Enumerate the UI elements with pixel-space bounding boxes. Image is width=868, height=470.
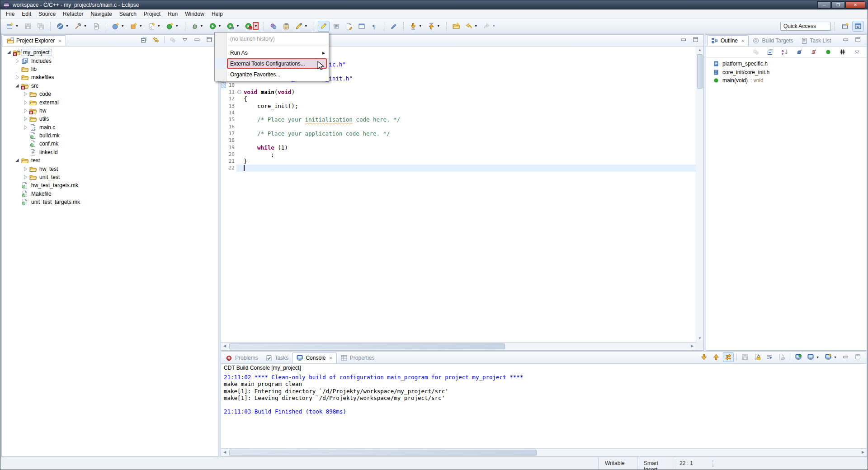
window-maximize-button[interactable]: ❐ bbox=[831, 1, 845, 9]
collapse-arrow-icon[interactable] bbox=[14, 82, 21, 89]
annotate-button[interactable]: ▼ bbox=[293, 21, 310, 32]
tree-item-my_project[interactable]: Cmy_project bbox=[2, 48, 218, 56]
expand-arrow-icon[interactable] bbox=[22, 99, 29, 106]
console-horizontal-scrollbar[interactable]: ◀ ▶ bbox=[221, 448, 867, 456]
open-task-button[interactable] bbox=[280, 21, 292, 32]
scroll-up-button[interactable] bbox=[711, 352, 722, 362]
tree-item-conf.mk[interactable]: conf.mk bbox=[2, 140, 218, 148]
new-build-target-button[interactable]: ▼ bbox=[128, 21, 145, 32]
menu-item-external-tools-configurations[interactable]: External Tools Configurations... bbox=[215, 58, 329, 69]
close-icon[interactable]: ✕ bbox=[741, 38, 745, 43]
new-connection-button[interactable]: ▼ bbox=[110, 21, 127, 32]
hide-inactive-button[interactable] bbox=[837, 47, 849, 57]
tree-item-unit_test[interactable]: unit_test bbox=[2, 173, 218, 181]
tree-item-linker.ld[interactable]: linker.ld bbox=[2, 148, 218, 156]
collapse-fold-icon[interactable] bbox=[237, 90, 241, 94]
new-build-target-dropdown-arrow[interactable]: ▼ bbox=[139, 23, 143, 29]
scroll-left-arrow-icon[interactable]: ◀ bbox=[221, 343, 228, 350]
expand-arrow-icon[interactable] bbox=[22, 115, 29, 122]
tab-outline[interactable]: Outline✕ bbox=[707, 35, 749, 46]
menu-item-run-as[interactable]: Run As▶ bbox=[215, 47, 329, 58]
new-connection-dropdown-arrow[interactable]: ▼ bbox=[121, 23, 125, 29]
view-menu-button[interactable] bbox=[179, 35, 190, 45]
word-wrap-button[interactable] bbox=[764, 352, 775, 362]
tree-item-unit_test_targets.mk[interactable]: unit_test_targets.mk bbox=[2, 198, 218, 206]
maximize-button[interactable] bbox=[853, 35, 863, 45]
collapse-arrow-icon[interactable] bbox=[5, 49, 13, 56]
build-project-button[interactable]: ▼ bbox=[72, 21, 90, 32]
new-button[interactable]: ▼ bbox=[4, 21, 21, 32]
cpp-perspective-button[interactable]: C bbox=[852, 21, 864, 32]
hide-static-button[interactable]: S bbox=[808, 47, 820, 57]
menu-item-organize-favorites[interactable]: Organize Favorites... bbox=[215, 69, 329, 80]
tree-item-Includes[interactable]: hIncludes bbox=[2, 56, 218, 65]
previous-annotation-dropdown-arrow[interactable]: ▼ bbox=[436, 23, 440, 29]
menu-source[interactable]: Source bbox=[35, 9, 59, 19]
display-console-button[interactable]: ▼ bbox=[805, 352, 821, 362]
scroll-left-arrow-icon[interactable]: ◀ bbox=[221, 449, 228, 456]
expand-arrow-icon[interactable] bbox=[14, 74, 21, 81]
pin-editor-button[interactable] bbox=[388, 21, 400, 32]
forward-dropdown-arrow[interactable]: ▼ bbox=[492, 23, 496, 29]
tree-item-utils[interactable]: utils bbox=[2, 115, 218, 123]
debug-dropdown-arrow[interactable]: ▼ bbox=[200, 23, 204, 29]
open-perspective-button[interactable] bbox=[840, 21, 851, 32]
scroll-follow-button[interactable] bbox=[723, 352, 734, 362]
expand-arrow-icon[interactable] bbox=[22, 90, 29, 98]
format-source-button[interactable] bbox=[343, 21, 355, 32]
view-menu-button[interactable] bbox=[851, 47, 863, 57]
new-source-file-button[interactable]: c▼ bbox=[146, 21, 163, 32]
tree-item-build.mk[interactable]: build.mk bbox=[2, 132, 218, 140]
new-class-dropdown-arrow[interactable]: ▼ bbox=[175, 23, 179, 29]
window-close-button[interactable]: ✕ bbox=[845, 1, 865, 9]
tree-item-src[interactable]: src bbox=[2, 82, 218, 90]
expand-arrow-icon[interactable] bbox=[22, 174, 29, 181]
tab-problems[interactable]: Problems bbox=[222, 352, 262, 363]
expand-arrow-icon[interactable] bbox=[22, 165, 29, 173]
open-console-button[interactable]: ▼ bbox=[823, 352, 839, 362]
outline-item[interactable]: core_init/core_init.h bbox=[706, 68, 867, 76]
maximize-button[interactable] bbox=[204, 35, 215, 45]
sort-button[interactable]: az bbox=[779, 47, 791, 57]
back-dropdown-arrow[interactable]: ▼ bbox=[474, 23, 478, 29]
run-dropdown-arrow[interactable]: ▼ bbox=[218, 23, 222, 29]
build-project-dropdown-arrow[interactable]: ▼ bbox=[83, 23, 87, 29]
view-makefile-button[interactable] bbox=[90, 21, 102, 32]
expand-arrow-icon[interactable] bbox=[14, 57, 21, 65]
tree-item-hw_test_targets.mk[interactable]: hw_test_targets.mk bbox=[2, 181, 218, 189]
next-annotation-button[interactable]: ▼ bbox=[407, 21, 425, 32]
last-edit-location-button[interactable] bbox=[450, 21, 462, 32]
menu-window[interactable]: Window bbox=[181, 9, 208, 19]
build-all-button[interactable]: ▼ bbox=[54, 21, 71, 32]
block-selection-button[interactable] bbox=[330, 21, 342, 32]
maximize-button[interactable] bbox=[690, 35, 701, 45]
profile-dropdown-arrow[interactable]: ▼ bbox=[236, 23, 240, 29]
profile-button[interactable]: ▼ bbox=[225, 21, 242, 32]
tab-build-targets[interactable]: Build Targets bbox=[749, 35, 797, 46]
show-whitespace-button[interactable]: ¶ bbox=[368, 21, 380, 32]
open-console-dropdown-arrow[interactable]: ▼ bbox=[833, 354, 837, 360]
scroll-down-button[interactable] bbox=[698, 352, 709, 362]
menu-run[interactable]: Run bbox=[164, 9, 181, 19]
tab-project-explorer[interactable]: Project Explorer ✕ bbox=[3, 35, 66, 46]
next-annotation-dropdown-arrow[interactable]: ▼ bbox=[418, 23, 422, 29]
tree-item-hw_test[interactable]: hw_test bbox=[2, 164, 218, 173]
tree-item-lib[interactable]: lib bbox=[2, 65, 218, 73]
scroll-right-arrow-icon[interactable]: ▶ bbox=[689, 343, 696, 350]
collapse-all-button[interactable] bbox=[138, 35, 149, 45]
toggle-mark-occurrences-button[interactable] bbox=[318, 21, 330, 32]
scroll-right-arrow-icon[interactable]: ▶ bbox=[859, 449, 867, 456]
hide-non-public-button[interactable] bbox=[822, 47, 834, 57]
display-console-dropdown-arrow[interactable]: ▼ bbox=[816, 354, 820, 360]
scroll-down-arrow-icon[interactable]: ▼ bbox=[696, 335, 703, 342]
minimize-button[interactable] bbox=[192, 35, 203, 45]
outline-item[interactable]: main(void) : void bbox=[706, 76, 867, 85]
new-dropdown-arrow[interactable]: ▼ bbox=[15, 23, 19, 29]
run-button[interactable]: ▼ bbox=[207, 21, 224, 32]
minimize-button[interactable] bbox=[678, 35, 689, 45]
menu-edit[interactable]: Edit bbox=[18, 9, 35, 19]
tree-item-hw[interactable]: hw bbox=[2, 107, 218, 115]
hide-fields-button[interactable] bbox=[793, 47, 805, 57]
tab-tasks[interactable]: Tasks bbox=[262, 352, 292, 363]
tab-properties[interactable]: Properties bbox=[337, 352, 378, 363]
